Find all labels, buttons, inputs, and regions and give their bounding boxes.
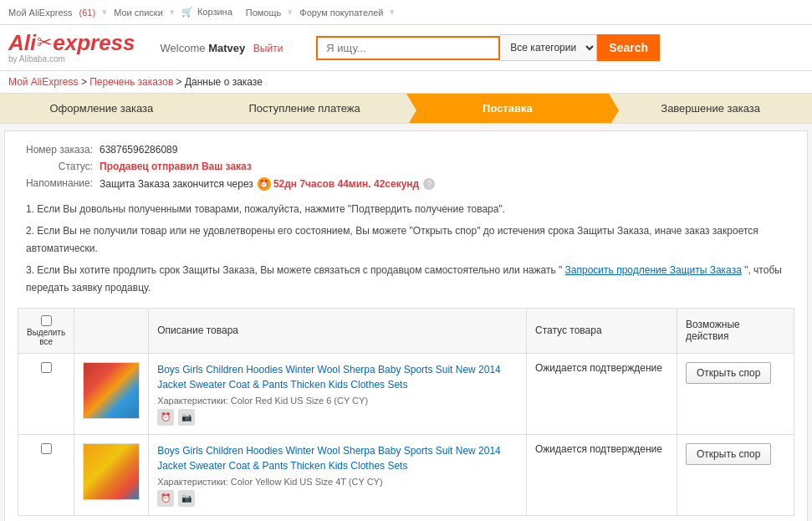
table-header: Выделить все Описание товара Статус това… [18, 308, 794, 353]
row1-check-cell [18, 353, 74, 434]
step-2: Поступление платежа [203, 94, 406, 123]
order-reminder-row: Напоминание: Защита Заказа закончится че… [18, 177, 794, 191]
breadcrumb-current: Данные о заказе [185, 76, 263, 88]
table-row: Boys Girls Children Hoodies Winter Wool … [18, 434, 794, 515]
nav-divider4: ▾ [288, 7, 293, 18]
main-content: Номер заказа: 63876596286089 Статус: Про… [4, 130, 808, 521]
search-button[interactable]: Search [597, 34, 660, 61]
reminder-text: Защита Заказа закончится через [100, 178, 253, 190]
ali-count: (61) [79, 8, 96, 18]
timer-icon: ⏰ [258, 177, 271, 191]
clock-icon[interactable]: ⏰ [157, 409, 174, 426]
logo-scissors-icon: ✂ [37, 33, 52, 52]
row2-status-cell: Ожидается подтверждение [527, 434, 677, 515]
breadcrumb-my-ali[interactable]: Мой AliExpress [8, 76, 79, 88]
step-4: Завершение заказа [609, 94, 812, 123]
nav-divider5: ▾ [390, 7, 395, 18]
order-number-label: Номер заказа: [18, 144, 93, 156]
step-1: Оформление заказа [0, 94, 203, 123]
row2-action-cell: Открыть спор [677, 434, 794, 515]
note-3-start: 3. Если Вы хотите продлить срок Защиты З… [26, 264, 562, 276]
product-image-1 [83, 362, 140, 419]
logo[interactable]: Ali ✂ express [8, 32, 135, 54]
help-link[interactable]: Помощь [246, 8, 282, 18]
logo-ali: Ali [8, 32, 36, 54]
product-link-2[interactable]: Boys Girls Children Hoodies Winter Wool … [157, 443, 518, 473]
note-2: 2. Если Вы не получили товар или не удов… [26, 222, 794, 258]
breadcrumb-orders[interactable]: Перечень заказов [89, 76, 173, 88]
open-dispute-btn-1[interactable]: Открыть спор [686, 362, 771, 384]
order-status-label: Статус: [18, 161, 93, 172]
order-info: Номер заказа: 63876596286089 Статус: Про… [18, 144, 794, 191]
col-actions-header: Возможные действия [677, 308, 794, 353]
order-table: Выделить все Описание товара Статус това… [18, 308, 794, 516]
header: Ali ✂ express by Alibaba.com Welcome Mat… [0, 25, 812, 71]
row1-status-cell: Ожидается подтверждение [527, 353, 677, 434]
timer-badge: ⏰ 52дн 7часов 44мин. 42секунд [258, 177, 419, 191]
row1-img-cell [74, 353, 149, 434]
camera-icon[interactable]: 📷 [178, 409, 195, 426]
product-icons-2: ⏰ 📷 [157, 490, 518, 507]
product-chars-2: Характеристики: Color Yellow Kid US Size… [157, 477, 518, 487]
col-img-header [74, 308, 149, 353]
row2-desc-cell: Boys Girls Children Hoodies Winter Wool … [149, 434, 527, 515]
col-status-header: Статус товара [527, 308, 677, 353]
logo-by-alibaba: by Alibaba.com [8, 54, 65, 64]
category-select[interactable]: Все категории [500, 34, 597, 61]
camera-icon-2[interactable]: 📷 [178, 490, 195, 507]
row1-checkbox[interactable] [41, 362, 52, 373]
order-notes: 1. Если Вы довольны полученными товарами… [18, 201, 794, 298]
row1-desc-cell: Boys Girls Children Hoodies Winter Wool … [149, 353, 527, 434]
basket-icon: 🛒 [181, 7, 193, 17]
product-link-1[interactable]: Boys Girls Children Hoodies Winter Wool … [157, 362, 518, 392]
open-dispute-btn-2[interactable]: Открыть спор [686, 443, 771, 465]
help-icon[interactable]: ? [423, 178, 435, 190]
breadcrumb-sep2: > [176, 76, 185, 88]
order-number-value: 63876596286089 [100, 144, 177, 156]
breadcrumb: Мой AliExpress > Перечень заказов > Данн… [0, 71, 812, 94]
logo-area: Ali ✂ express by Alibaba.com [8, 32, 135, 64]
nav-divider1: ▾ [102, 7, 107, 18]
step-3: Поставка [406, 94, 610, 123]
my-ali-link[interactable]: Мой AliExpress [8, 8, 73, 18]
step-4-label: Завершение заказа [661, 102, 760, 115]
order-number-row: Номер заказа: 63876596286089 [18, 144, 794, 156]
order-status-row: Статус: Продавец отправил Ваш заказ [18, 161, 794, 172]
search-area: Все категории Search [316, 34, 667, 61]
reminder-label: Напоминание: [18, 177, 93, 189]
select-all-label: Выделить все [27, 328, 65, 346]
user-name: Matvey [208, 42, 245, 54]
row1-action-cell: Открыть спор [677, 353, 794, 434]
product-icons-1: ⏰ 📷 [157, 409, 518, 426]
nav-divider2: ▾ [170, 7, 175, 18]
note-1: 1. Если Вы довольны полученными товарами… [26, 201, 794, 219]
forum-link[interactable]: Форум покупателей [299, 8, 383, 18]
my-lists-link[interactable]: Мои списки [114, 8, 163, 18]
product-image-2 [83, 443, 140, 500]
row2-check-cell [18, 434, 74, 515]
row2-checkbox[interactable] [41, 443, 52, 454]
basket-text: Корзина [197, 7, 232, 17]
basket-link[interactable]: 🛒 Корзина [181, 7, 232, 18]
logout-link[interactable]: Выйти [253, 43, 283, 54]
breadcrumb-sep1: > [81, 76, 89, 88]
progress-bar: Оформление заказа Поступление платежа По… [0, 94, 812, 124]
note-3: 3. Если Вы хотите продлить срок Защиты З… [26, 262, 794, 298]
timer-value: 52дн 7часов 44мин. 42секунд [273, 178, 419, 190]
top-nav-left: Мой AliExpress (61) ▾ Мои списки ▾ 🛒 Кор… [8, 7, 395, 18]
step-2-label: Поступление платежа [249, 102, 360, 115]
step-1-label: Оформление заказа [50, 102, 154, 115]
extend-protection-link[interactable]: Запросить продление Защиты Заказа [565, 264, 742, 276]
table-row: Boys Girls Children Hoodies Winter Wool … [18, 353, 794, 434]
select-all-checkbox[interactable] [41, 315, 52, 326]
clock-icon-2[interactable]: ⏰ [157, 490, 174, 507]
top-nav: Мой AliExpress (61) ▾ Мои списки ▾ 🛒 Кор… [0, 0, 812, 25]
product-chars-1: Характеристики: Color Red Kid US Size 6 … [157, 396, 518, 406]
reminder-value: Защита Заказа закончится через ⏰ 52дн 7ч… [100, 177, 435, 191]
col-description-header: Описание товара [149, 308, 527, 353]
search-input[interactable] [316, 36, 500, 60]
logo-express: express [53, 32, 135, 54]
col-select: Выделить все [18, 308, 74, 353]
order-status-value: Продавец отправил Ваш заказ [100, 161, 252, 172]
step-3-label: Поставка [483, 102, 533, 115]
